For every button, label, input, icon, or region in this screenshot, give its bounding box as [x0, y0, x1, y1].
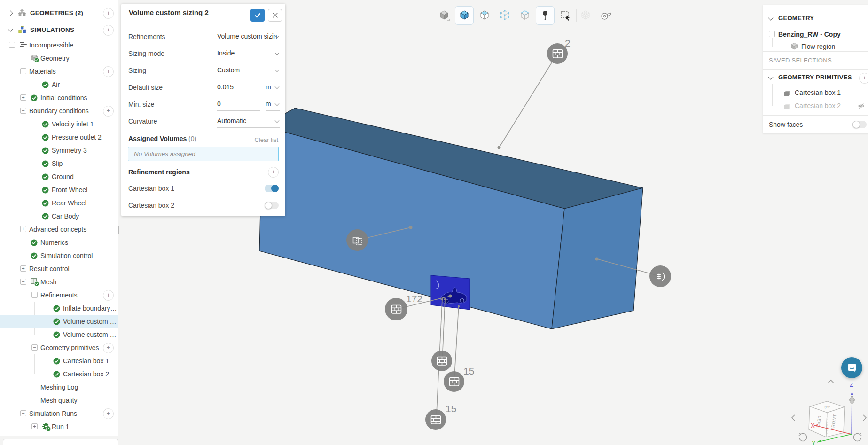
add-button[interactable]: + — [103, 66, 114, 77]
expand-expander[interactable]: + — [20, 226, 26, 232]
tree-item-numerics[interactable]: Numerics — [0, 236, 118, 249]
add-button[interactable]: + — [103, 343, 114, 353]
add-primitive-button[interactable]: + — [859, 73, 868, 84]
tree-item-meshing-log[interactable]: Meshing Log — [0, 381, 118, 394]
inlet-refinement-badge[interactable] — [649, 265, 671, 287]
geometry-item-row[interactable]: − Benzing_RW - Copy — [763, 28, 868, 41]
viewcube-rotate-cw-arrowhead[interactable] — [860, 433, 861, 436]
panel-resize-handle[interactable] — [117, 226, 119, 234]
tree-item-slip[interactable]: Slip — [0, 157, 118, 170]
tree-item-volume-custom[interactable]: Volume custom … — [0, 328, 118, 341]
primitive-row-cartesian-box-2[interactable]: Cartesian box 2 — [763, 99, 868, 112]
clear-list-button[interactable]: Clear list — [254, 136, 278, 143]
geometry-section-row[interactable]: GEOMETRY — [763, 12, 868, 25]
close-button[interactable] — [268, 9, 282, 22]
tree-item-geometry-primitives[interactable]: −Geometry primitives+ — [0, 341, 118, 354]
add-button[interactable]: + — [103, 408, 114, 419]
mesh-refinement-badge[interactable] — [444, 371, 464, 392]
chevron-down-icon[interactable] — [768, 15, 773, 20]
assigned-volumes-dropzone[interactable]: No Volumes assigned — [128, 147, 279, 161]
chat-support-button[interactable] — [841, 357, 862, 378]
tree-item-geometries-2[interactable]: GEOMETRIES (2)+ — [0, 7, 118, 20]
select-edges-button[interactable] — [516, 7, 534, 24]
viewcube-right-chevron[interactable] — [863, 415, 866, 421]
collapse-expander[interactable]: − — [9, 42, 15, 48]
tree-item-air[interactable]: Air — [0, 78, 118, 91]
add-button[interactable]: + — [103, 106, 114, 117]
tree-item-simulations[interactable]: SIMULATIONS+ — [0, 23, 118, 37]
viewcube-rotate-ccw-arrowhead[interactable] — [799, 433, 801, 436]
geometry-primitives-row[interactable]: GEOMETRY PRIMITIVES + — [763, 71, 868, 84]
tree-item-cartesian-box-1[interactable]: Cartesian box 1 — [0, 354, 118, 367]
chevron-down-icon[interactable] — [768, 74, 773, 79]
expand-expander[interactable]: + — [20, 94, 26, 101]
tree-item-result-control[interactable]: +Result control — [0, 262, 118, 275]
cartesian-box-1-toggle[interactable] — [265, 185, 279, 192]
tree-item-inflate-boundary[interactable]: Inflate boundary… — [0, 302, 118, 315]
add-button[interactable]: + — [103, 290, 114, 301]
expand-expander[interactable]: + — [20, 265, 26, 272]
collapse-expander[interactable]: − — [20, 279, 26, 285]
confirm-button[interactable] — [250, 9, 265, 22]
tree-item-refinements[interactable]: −Refinements+ — [0, 289, 118, 302]
tree-item-pressure-outlet-2[interactable]: Pressure outlet 2 — [0, 131, 118, 144]
chevron-right-icon[interactable] — [8, 10, 13, 16]
cartesian-box-2-toggle[interactable] — [265, 202, 279, 209]
chevron-down-icon[interactable] — [8, 26, 13, 31]
mesh-refinement-badge[interactable] — [431, 351, 452, 371]
tree-item-simulation-runs[interactable]: −Simulation Runs+ — [0, 407, 118, 420]
render-mode-cube-button[interactable] — [435, 7, 453, 24]
tree-item-car-body[interactable]: Car Body — [0, 210, 118, 223]
sizing-select[interactable]: Custom — [217, 64, 280, 77]
tree-item-front-wheel[interactable]: Front Wheel — [0, 183, 118, 196]
tree-item-advanced-concepts[interactable]: +Advanced concepts — [0, 223, 118, 236]
tree-item-mesh-quality[interactable]: Mesh quality — [0, 394, 118, 407]
collapse-expander[interactable]: − — [769, 31, 775, 37]
add-button[interactable]: + — [103, 8, 114, 19]
view-orientation-cube[interactable]: TOP LEFT FRONT X Y Z — [790, 374, 868, 445]
viewcube-up-chevron[interactable] — [828, 380, 834, 383]
mesh-refinement-badge[interactable] — [425, 409, 446, 430]
tree-item-velocity-inlet-1[interactable]: Velocity inlet 1 — [0, 117, 118, 131]
box-select-button[interactable] — [556, 7, 574, 24]
hidden-eye-icon[interactable] — [858, 102, 865, 111]
tree-item-ground[interactable]: Ground — [0, 170, 118, 183]
default-size-input[interactable]: 0.015 — [217, 81, 260, 94]
min-size-input[interactable]: 0 — [217, 98, 260, 111]
sizing-mode-select[interactable]: Inside — [217, 47, 280, 60]
collapse-expander[interactable]: − — [31, 344, 38, 351]
tree-item-volume-custom[interactable]: Volume custom … — [0, 315, 118, 328]
tree-item-mesh[interactable]: −Mesh — [0, 275, 118, 289]
select-faces-button[interactable] — [476, 7, 493, 24]
region-refinement-badge[interactable] — [346, 229, 368, 251]
collapse-expander[interactable]: − — [20, 108, 26, 114]
tree-item-run-1[interactable]: +Run 1 — [0, 420, 118, 433]
tree-item-geometry[interactable]: Geometry — [0, 52, 118, 65]
tree-item-simulation-control[interactable]: Simulation control — [0, 249, 118, 262]
viewcube-left-chevron[interactable] — [792, 415, 795, 421]
measure-button[interactable] — [597, 7, 615, 24]
expand-expander[interactable]: + — [31, 423, 38, 429]
tree-item-initial-conditions[interactable]: +Initial conditions — [0, 91, 118, 104]
tree-item-rear-wheel[interactable]: Rear Wheel — [0, 196, 118, 210]
collapse-expander[interactable]: − — [20, 410, 26, 416]
tree-item-cartesian-box-2[interactable]: Cartesian box 2 — [0, 367, 118, 381]
curvature-select[interactable]: Automatic — [217, 115, 280, 128]
car-refinement-region[interactable] — [431, 275, 470, 310]
unit-select[interactable]: m — [266, 81, 280, 94]
tree-item-boundary-conditions[interactable]: −Boundary conditions+ — [0, 104, 118, 117]
collapse-expander[interactable]: − — [20, 68, 26, 74]
show-faces-toggle[interactable] — [852, 121, 867, 128]
tree-item-symmetry-3[interactable]: Symmetry 3 — [0, 144, 118, 157]
mesh-refinement-badge[interactable] — [385, 298, 407, 320]
primitive-row-cartesian-box-1[interactable]: Cartesian box 1 — [763, 86, 868, 99]
unit-select[interactable]: m — [266, 98, 280, 111]
tree-item-materials[interactable]: −Materials+ — [0, 65, 118, 78]
tree-item-incompressible[interactable]: −Incompressible — [0, 39, 118, 52]
select-vertices-button[interactable] — [496, 7, 514, 24]
select-volumes-button[interactable] — [455, 6, 474, 25]
add-button[interactable]: + — [103, 25, 114, 36]
collapse-expander[interactable]: − — [31, 292, 38, 298]
probe-point-button[interactable] — [536, 6, 555, 25]
refinements-select[interactable]: Volume custom sizin — [217, 30, 280, 43]
